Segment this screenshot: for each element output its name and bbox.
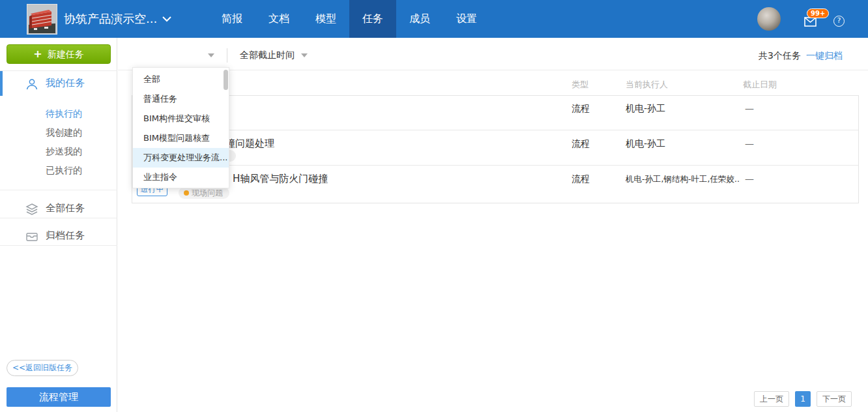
back-to-old-version-button[interactable]: <<返回旧版任务 — [7, 360, 78, 376]
menu-item-owner-instruction[interactable]: 业主指令 — [133, 168, 229, 187]
scrollbar-thumb[interactable] — [224, 70, 228, 90]
divider — [0, 245, 117, 246]
task-row-3-deadline: — — [745, 173, 754, 184]
sidebar-item-archive-tasks[interactable]: 归档任务 — [0, 226, 117, 248]
row-divider — [132, 130, 858, 130]
main-nav: 简报 文档 模型 任务 成员 设置 — [209, 0, 490, 38]
chevron-down-icon[interactable] — [162, 16, 171, 22]
divider — [0, 190, 117, 190]
layers-icon — [25, 203, 38, 216]
current-page-button[interactable]: 1 — [795, 391, 811, 407]
tag-site-issue[interactable]: 现场问题 — [179, 187, 229, 199]
nav-tab-tasks[interactable]: 任务 — [349, 0, 396, 38]
workspace-title[interactable]: 协筑产品演示空... — [64, 0, 157, 38]
task-row-3-executor: 机电-孙工,钢结构-叶工,任荣姣... — [626, 174, 740, 185]
nav-tab-members[interactable]: 成员 — [396, 0, 443, 38]
row-divider — [132, 165, 858, 166]
divider — [0, 70, 117, 71]
new-task-button[interactable]: +新建任务 — [7, 44, 111, 64]
task-row-2-type: 流程 — [571, 138, 590, 150]
menu-item-all[interactable]: 全部 — [133, 70, 229, 89]
divider — [227, 48, 227, 63]
type-filter-menu: 全部 普通任务 BIM构件提交审核 BIM模型问题核查 万科变更处理业务流...… — [132, 67, 229, 188]
top-bar: 协筑产品演示空... 简报 文档 模型 任务 成员 设置 99+ ? — [0, 0, 868, 38]
task-row-2-executor: 机电-孙工 — [626, 138, 665, 150]
task-row-1-type: 流程 — [571, 103, 590, 115]
sidebar-item-all-tasks[interactable]: 全部任务 — [0, 198, 117, 220]
process-management-button[interactable]: 流程管理 — [7, 387, 111, 407]
sidebar-item-executed[interactable]: 已执行的 — [46, 165, 111, 181]
menu-item-bim-component-review[interactable]: BIM构件提交审核 — [133, 109, 229, 128]
menu-item-normal-task[interactable]: 普通任务 — [133, 89, 229, 109]
tag-dot-icon — [184, 190, 189, 196]
archive-tasks-label: 归档任务 — [46, 229, 85, 242]
caret-down-icon[interactable] — [208, 53, 214, 57]
workspace-logo[interactable] — [27, 4, 57, 35]
filter-bar — [118, 38, 868, 70]
menu-item-vanke-change-flow[interactable]: 万科变更处理业务流... — [133, 148, 229, 168]
pagination: 上一页 1 下一页 — [754, 391, 852, 407]
prev-page-button[interactable]: 上一页 — [754, 391, 789, 407]
building-logo-icon — [27, 5, 57, 34]
column-header-type: 类型 — [571, 79, 588, 91]
caret-down-icon[interactable] — [301, 53, 308, 57]
column-header-executor: 当前执行人 — [626, 79, 668, 91]
column-header-deadline: 截止日期 — [743, 79, 777, 91]
nav-tab-models[interactable]: 模型 — [302, 0, 349, 38]
nav-tab-documents[interactable]: 文档 — [255, 0, 302, 38]
user-avatar[interactable] — [757, 7, 781, 31]
next-page-button[interactable]: 下一页 — [817, 391, 852, 407]
one-click-archive-link[interactable]: 一键归档 — [806, 50, 843, 62]
notification-badge: 99+ — [807, 8, 829, 18]
sidebar-item-my-tasks[interactable]: 我的任务 — [0, 73, 117, 95]
sidebar-item-cc-to-me[interactable]: 抄送我的 — [46, 146, 111, 162]
tag-label: 现场问题 — [192, 188, 223, 198]
sidebar: +新建任务 我的任务 待执行的 我创建的 抄送我的 已执行的 全部任务 — [0, 38, 117, 412]
divider — [0, 218, 117, 218]
nav-tab-briefing[interactable]: 简报 — [209, 0, 255, 38]
message-icon[interactable] — [804, 17, 817, 27]
help-icon[interactable]: ? — [833, 16, 845, 27]
archive-box-icon — [25, 230, 38, 242]
task-row-3-type: 流程 — [571, 173, 590, 185]
task-row-2-title[interactable]: 撞问题处理 — [225, 138, 274, 150]
sidebar-item-created-by-me[interactable]: 我创建的 — [46, 127, 111, 143]
my-tasks-label: 我的任务 — [46, 77, 85, 89]
nav-tab-settings[interactable]: 设置 — [443, 0, 490, 38]
task-row-3-title[interactable]: H轴风管与防火门碰撞 — [233, 173, 328, 185]
plus-icon: + — [33, 48, 42, 60]
sidebar-item-pending[interactable]: 待执行的 — [46, 108, 111, 124]
task-row-2-deadline: — — [745, 138, 754, 149]
person-icon — [25, 78, 38, 91]
all-tasks-label: 全部任务 — [46, 202, 85, 214]
new-task-label: 新建任务 — [48, 49, 84, 59]
task-row-1-executor: 机电-孙工 — [626, 103, 665, 115]
deadline-filter-dropdown[interactable]: 全部截止时间 — [240, 50, 295, 61]
task-count: 共3个任务 — [759, 50, 801, 62]
task-row-1-deadline: — — [745, 103, 754, 113]
menu-item-bim-model-check[interactable]: BIM模型问题核查 — [133, 128, 229, 148]
